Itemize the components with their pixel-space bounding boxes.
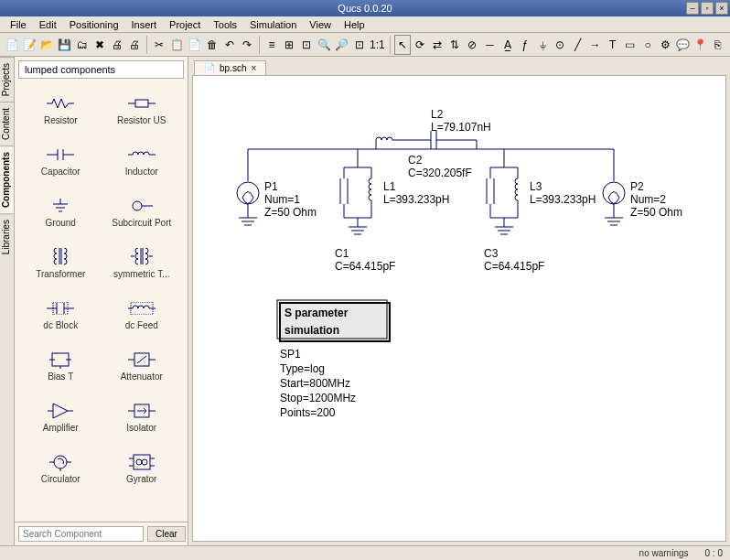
status-bar: no warnings 0 : 0 — [0, 545, 730, 560]
zoom-plus-button[interactable]: 🔍 — [317, 35, 333, 55]
tab-content[interactable]: Content — [0, 102, 14, 145]
print-button[interactable]: 🖨 — [109, 35, 125, 55]
comp-gyrator[interactable]: Gyrator — [102, 443, 183, 494]
center-button[interactable]: ⊡ — [298, 35, 315, 55]
comp-capacitor[interactable]: Capacitor — [20, 135, 102, 187]
ground-button[interactable]: ⏚ — [534, 35, 551, 55]
wire-button[interactable]: ─ — [481, 35, 498, 55]
sim-l3: Stop=1200MHz — [280, 392, 356, 404]
deactivate-button[interactable]: ⊘ — [464, 35, 480, 55]
doc-tab[interactable]: 📄 bp.sch × — [194, 60, 266, 75]
comp-sym-transformer[interactable]: symmetric T... — [102, 238, 183, 289]
wire-label-button[interactable]: A̲ — [499, 35, 516, 55]
mirror-x-button[interactable]: ⇄ — [429, 35, 446, 55]
cut-button[interactable]: ✂ — [151, 35, 167, 55]
distribute-button[interactable]: ⊞ — [281, 35, 297, 55]
arrow-button[interactable]: → — [586, 35, 603, 55]
svg-point-10 — [142, 459, 147, 465]
comp-label: Bias T — [48, 372, 73, 382]
mirror-y-button[interactable]: ⇅ — [446, 35, 463, 55]
comp-ground[interactable]: Ground — [20, 187, 102, 238]
comp-isolator[interactable]: Isolator — [102, 392, 183, 443]
zoom-fit-button[interactable]: ⊡ — [351, 35, 368, 55]
port-button[interactable]: ⊙ — [552, 35, 568, 55]
paste-button[interactable]: 📄 — [187, 35, 203, 55]
menu-project[interactable]: Project — [163, 17, 207, 32]
new-button[interactable]: 📄 — [4, 35, 20, 55]
tab-components[interactable]: Components — [0, 145, 14, 213]
c1-val: C=64.415pF — [335, 260, 395, 273]
save-all-button[interactable]: 🗂 — [74, 35, 91, 55]
zoom-1-button[interactable]: 1:1 — [369, 35, 386, 55]
comp-dc-block[interactable]: dc Block — [20, 289, 102, 340]
menu-positioning[interactable]: Positioning — [63, 17, 125, 32]
menu-insert[interactable]: Insert — [125, 17, 164, 32]
new-text-button[interactable]: 📝 — [21, 35, 38, 55]
select-button[interactable]: ↖ — [394, 35, 411, 55]
close-icon[interactable]: × — [251, 63, 256, 73]
comp-label: Transformer — [36, 269, 85, 279]
undo-button[interactable]: ↶ — [221, 35, 238, 55]
close-doc-button[interactable]: ✖ — [91, 35, 108, 55]
show-msg-button[interactable]: 💬 — [674, 35, 691, 55]
copy-button[interactable]: 📋 — [168, 35, 185, 55]
menu-help[interactable]: Help — [338, 17, 371, 32]
menu-view[interactable]: View — [303, 17, 338, 32]
save-button[interactable]: 💾 — [57, 35, 73, 55]
comp-subcircuit-port[interactable]: Subcircuit Port — [102, 187, 183, 238]
comp-label: Resistor US — [117, 115, 166, 125]
redo-button[interactable]: ↷ — [239, 35, 255, 55]
comp-amplifier[interactable]: Amplifier — [20, 392, 102, 443]
clear-button[interactable]: Clear — [147, 526, 186, 542]
equation-button[interactable]: ƒ — [517, 35, 533, 55]
comp-dc-feed[interactable]: dc Feed — [102, 289, 183, 340]
comp-bias-t[interactable]: Bias T — [20, 340, 102, 392]
p2-l2: Z=50 Ohm — [630, 206, 682, 219]
minimize-button[interactable]: – — [686, 2, 699, 15]
tab-projects[interactable]: Projects — [0, 57, 14, 102]
comp-resistor[interactable]: Resistor — [20, 84, 102, 135]
align-button[interactable]: ≡ — [263, 35, 280, 55]
palette-category[interactable]: lumped components — [18, 60, 184, 79]
marker-button[interactable]: 📍 — [692, 35, 708, 55]
rotate-button[interactable]: ⟳ — [412, 35, 428, 55]
sim-l4: Points=200 — [280, 406, 336, 419]
tab-libraries[interactable]: Libraries — [0, 213, 14, 260]
p2-l1: Num=2 — [630, 193, 666, 206]
goto-button[interactable]: ⎘ — [710, 35, 726, 55]
c2-val: C=320.205fF — [408, 167, 472, 179]
search-input[interactable] — [18, 526, 144, 542]
comp-transformer[interactable]: Transformer — [20, 238, 102, 289]
menu-simulation[interactable]: Simulation — [243, 17, 303, 32]
menu-edit[interactable]: Edit — [33, 17, 63, 32]
comp-inductor[interactable]: Inductor — [102, 135, 183, 187]
close-button[interactable]: × — [715, 2, 728, 15]
ellipse-button[interactable]: ○ — [639, 35, 656, 55]
print-fit-button[interactable]: 🖨 — [126, 35, 143, 55]
delete-button[interactable]: 🗑 — [204, 35, 220, 55]
menu-file[interactable]: File — [4, 17, 33, 32]
comp-label: Inductor — [125, 167, 158, 177]
p1-l2: Z=50 Ohm — [264, 206, 317, 219]
line-button[interactable]: ╱ — [569, 35, 585, 55]
p1-name: P1 — [264, 180, 278, 193]
maximize-button[interactable]: ▫ — [701, 2, 714, 15]
comp-label: Gyrator — [126, 474, 156, 484]
text-button[interactable]: T — [605, 35, 621, 55]
sim-title2: simulation — [284, 324, 339, 337]
doc-tab-label: bp.sch — [220, 63, 246, 73]
simulate-button[interactable]: ⚙ — [657, 35, 673, 55]
l2-name: L2 — [431, 108, 444, 121]
comp-attenuator[interactable]: Attenuator — [102, 340, 183, 392]
zoom-minus-button[interactable]: 🔎 — [334, 35, 350, 55]
comp-label: Circulator — [41, 474, 81, 484]
comp-circulator[interactable]: Circulator — [20, 443, 102, 494]
rect-button[interactable]: ▭ — [622, 35, 639, 55]
schematic-canvas[interactable]: L2 L=79.107nH C2 C=320.205fF P1 Num=1 Z=… — [192, 75, 726, 542]
doc-tabs: 📄 bp.sch × — [188, 57, 730, 75]
comp-label: symmetric T... — [113, 269, 169, 279]
comp-resistor-us[interactable]: Resistor US — [102, 84, 183, 135]
svg-point-11 — [237, 182, 259, 204]
open-button[interactable]: 📂 — [38, 35, 55, 55]
menu-tools[interactable]: Tools — [207, 17, 243, 32]
